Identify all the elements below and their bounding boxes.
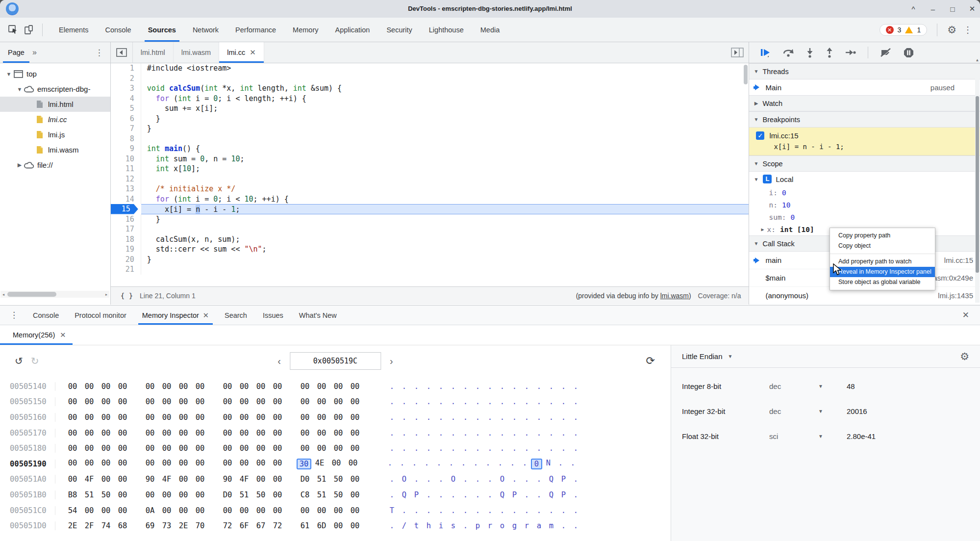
byte-cell[interactable]: 00 <box>192 413 208 422</box>
ascii-char[interactable]: . <box>533 506 545 515</box>
byte-cell[interactable]: 00 <box>347 397 363 406</box>
byte-cell[interactable]: 00 <box>345 459 361 469</box>
byte-cell[interactable]: 00 <box>347 429 363 438</box>
history-back-icon[interactable]: ↺ <box>15 355 23 367</box>
ascii-char[interactable]: . <box>423 506 435 515</box>
ascii-char[interactable]: . <box>570 429 582 438</box>
hex-row-00505160[interactable]: 0050516000000000000000000000000000000000… <box>0 410 671 425</box>
ascii-char[interactable]: . <box>472 429 484 438</box>
ascii-char[interactable]: . <box>521 413 533 422</box>
byte-cell[interactable]: 51 <box>236 490 252 499</box>
ascii-char[interactable]: . <box>398 444 410 453</box>
ascii-char[interactable]: p <box>472 521 484 530</box>
ascii-char[interactable]: / <box>398 521 410 530</box>
byte-cell[interactable]: 00 <box>330 429 347 438</box>
ascii-char[interactable]: . <box>472 413 484 422</box>
ascii-char[interactable]: . <box>435 429 447 438</box>
drawer-menu-icon[interactable]: ⋮ <box>0 310 25 320</box>
ascii-char[interactable]: h <box>423 521 435 530</box>
byte-cell[interactable]: 00 <box>313 429 330 438</box>
ascii-char[interactable]: . <box>545 444 557 453</box>
byte-cell[interactable]: 00 <box>297 429 313 438</box>
lmi-wasm-link[interactable]: lmi.wasm <box>660 292 689 300</box>
menu-item-reveal-in-memory-inspector-panel[interactable]: Reveal in Memory Inspector panel <box>830 267 935 277</box>
ascii-char[interactable]: . <box>472 382 484 391</box>
byte-cell[interactable]: 00 <box>81 429 98 438</box>
ascii-char[interactable]: . <box>521 506 533 515</box>
byte-cell[interactable]: 00 <box>158 397 175 406</box>
ascii-char[interactable]: . <box>435 475 447 484</box>
expander-icon[interactable]: ▶ <box>16 162 24 168</box>
ascii-char[interactable]: Q <box>545 475 557 484</box>
ascii-char[interactable]: . <box>447 397 459 406</box>
scope-var-sum[interactable]: sum:0 <box>749 211 980 223</box>
ascii-char[interactable]: . <box>423 490 435 499</box>
ascii-char[interactable]: . <box>398 397 410 406</box>
byte-cell[interactable]: 00 <box>347 382 363 391</box>
byte-cell[interactable]: 4F <box>236 475 252 484</box>
scroll-right-icon[interactable]: ▸ <box>103 292 109 297</box>
ascii-char[interactable]: . <box>484 444 496 453</box>
byte-cell[interactable]: 2E <box>64 521 81 530</box>
byte-cell[interactable]: 00 <box>64 444 81 453</box>
ascii-char[interactable]: . <box>421 459 433 469</box>
byte-cell[interactable]: 00 <box>142 429 158 438</box>
next-page-icon[interactable]: › <box>390 356 393 367</box>
byte-cell[interactable]: 00 <box>175 490 192 499</box>
open-debugger-panel-icon[interactable] <box>731 47 744 58</box>
ascii-char[interactable]: . <box>472 506 484 515</box>
ascii-char[interactable]: . <box>557 397 570 406</box>
ascii-char[interactable]: . <box>521 382 533 391</box>
ascii-char[interactable]: . <box>508 444 521 453</box>
byte-cell[interactable]: 00 <box>347 475 363 484</box>
ascii-char[interactable]: . <box>410 506 423 515</box>
step-button[interactable] <box>845 49 856 56</box>
byte-cell[interactable]: 00 <box>192 397 208 406</box>
byte-cell[interactable]: 00 <box>81 444 98 453</box>
byte-cell[interactable]: D0 <box>219 490 236 499</box>
selected-ascii-char[interactable]: 0 <box>531 459 542 469</box>
ascii-char[interactable]: P <box>508 490 521 499</box>
byte-cell[interactable]: 00 <box>269 506 286 515</box>
tree-item-lmi-js[interactable]: lmi.js <box>0 127 110 142</box>
value-format-select[interactable]: sci <box>769 432 818 440</box>
line-number[interactable]: 18 <box>111 234 141 245</box>
ascii-char[interactable]: . <box>457 459 470 469</box>
source-code[interactable]: 1#include <iostream>23void calcSum(int *… <box>111 63 749 287</box>
ascii-char[interactable]: . <box>496 444 508 453</box>
ascii-char[interactable]: . <box>386 521 398 530</box>
menu-item-store-object-as-global-variable[interactable]: Store object as global variable <box>830 277 935 287</box>
byte-cell[interactable]: 00 <box>64 413 81 422</box>
ascii-char[interactable]: O <box>496 475 508 484</box>
byte-cell[interactable]: 72 <box>269 521 286 530</box>
debugger-vscrollbar[interactable]: ▲ <box>975 65 980 303</box>
byte-cell[interactable]: 00 <box>252 429 269 438</box>
byte-cell[interactable]: 00 <box>64 429 81 438</box>
byte-cell[interactable]: 00 <box>98 444 114 453</box>
expander-icon[interactable]: ▼ <box>16 86 24 92</box>
byte-cell[interactable]: 2E <box>175 521 192 530</box>
ascii-char[interactable]: . <box>398 429 410 438</box>
byte-cell[interactable]: 00 <box>175 444 192 453</box>
byte-cell[interactable]: 00 <box>81 413 98 422</box>
byte-cell[interactable]: 00 <box>313 444 330 453</box>
tab-network[interactable]: Network <box>184 18 227 42</box>
ascii-char[interactable]: a <box>533 521 545 530</box>
ascii-char[interactable]: . <box>567 459 579 469</box>
ascii-char[interactable]: . <box>410 382 423 391</box>
tab-performance[interactable]: Performance <box>227 18 284 42</box>
byte-cell[interactable]: 00 <box>252 413 269 422</box>
hex-row-005051A0[interactable]: 005051A0004F0000904F0000904F0000D0515000… <box>0 472 671 488</box>
ascii-char[interactable]: . <box>410 475 423 484</box>
byte-cell[interactable]: 00 <box>81 459 98 469</box>
step-over-button[interactable] <box>782 48 794 57</box>
code-line-18[interactable]: 18 calcSum(x, n, sum); <box>111 234 749 245</box>
byte-cell[interactable]: 00 <box>330 444 347 453</box>
pause-on-exceptions-button[interactable] <box>904 48 914 58</box>
ascii-char[interactable]: . <box>533 382 545 391</box>
code-line-21[interactable]: 21 <box>111 264 749 275</box>
ascii-char[interactable]: . <box>447 413 459 422</box>
endianness-select[interactable]: Little Endian ▼ <box>671 352 733 361</box>
byte-cell[interactable]: 00 <box>81 397 98 406</box>
hex-row-00505140[interactable]: 0050514000000000000000000000000000000000… <box>0 379 671 394</box>
